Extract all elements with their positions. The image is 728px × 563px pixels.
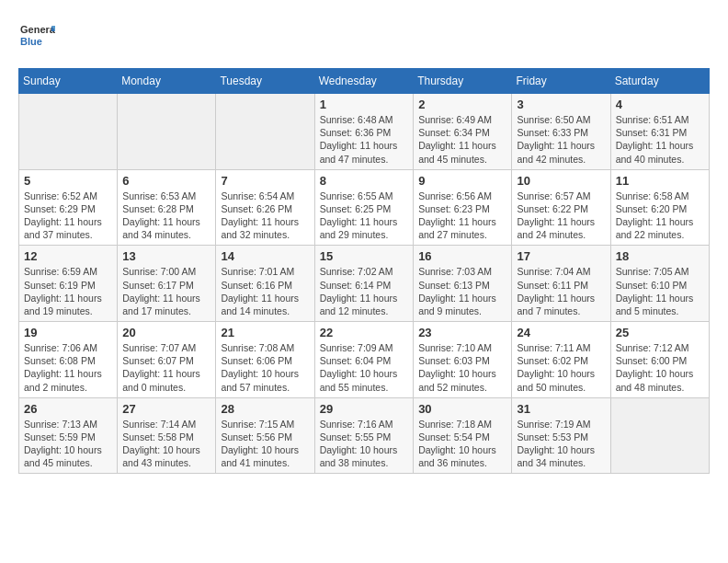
day-info: Sunrise: 6:55 AM Sunset: 6:25 PM Dayligh… [320,190,408,242]
day-number: 23 [418,326,506,339]
day-number: 20 [122,326,210,339]
day-info: Sunrise: 7:13 AM Sunset: 5:59 PM Dayligh… [24,418,112,470]
calendar-day-cell: 30Sunrise: 7:18 AM Sunset: 5:54 PM Dayli… [414,397,512,474]
day-info: Sunrise: 7:09 AM Sunset: 6:04 PM Dayligh… [320,341,408,394]
weekday-header: Saturday [610,69,709,94]
weekday-header: Tuesday [216,69,314,94]
day-number: 31 [517,402,605,416]
day-info: Sunrise: 7:15 AM Sunset: 5:56 PM Dayligh… [221,418,309,470]
calendar-day-cell: 9Sunrise: 6:56 AM Sunset: 6:23 PM Daylig… [414,169,512,246]
calendar-day-cell: 21Sunrise: 7:08 AM Sunset: 6:06 PM Dayli… [216,322,314,398]
calendar-day-cell: 8Sunrise: 6:55 AM Sunset: 6:25 PM Daylig… [314,169,413,246]
day-info: Sunrise: 7:14 AM Sunset: 5:58 PM Dayligh… [122,418,210,470]
calendar-day-cell: 11Sunrise: 6:58 AM Sunset: 6:20 PM Dayli… [610,169,709,246]
day-info: Sunrise: 7:10 AM Sunset: 6:03 PM Dayligh… [418,341,506,394]
weekday-header: Monday [118,69,216,94]
calendar-day-cell: 2Sunrise: 6:49 AM Sunset: 6:34 PM Daylig… [414,94,512,170]
calendar-day-cell: 15Sunrise: 7:02 AM Sunset: 6:14 PM Dayli… [314,246,413,322]
day-number: 4 [616,98,704,111]
day-info: Sunrise: 6:58 AM Sunset: 6:20 PM Dayligh… [616,190,704,242]
day-info: Sunrise: 7:18 AM Sunset: 5:54 PM Dayligh… [418,418,506,470]
calendar-day-cell: 14Sunrise: 7:01 AM Sunset: 6:16 PM Dayli… [216,246,314,322]
day-number: 16 [418,249,506,263]
calendar-day-cell: 10Sunrise: 6:57 AM Sunset: 6:22 PM Dayli… [512,169,610,246]
calendar-day-cell: 13Sunrise: 7:00 AM Sunset: 6:17 PM Dayli… [118,246,216,322]
day-info: Sunrise: 6:51 AM Sunset: 6:31 PM Dayligh… [616,113,704,166]
calendar-day-cell: 4Sunrise: 6:51 AM Sunset: 6:31 PM Daylig… [610,94,709,170]
day-info: Sunrise: 6:59 AM Sunset: 6:19 PM Dayligh… [24,265,112,317]
calendar-day-cell: 25Sunrise: 7:12 AM Sunset: 6:00 PM Dayli… [610,322,709,398]
day-number: 13 [122,249,210,263]
calendar-header: SundayMondayTuesdayWednesdayThursdayFrid… [19,69,710,94]
day-info: Sunrise: 6:57 AM Sunset: 6:22 PM Dayligh… [517,190,605,242]
calendar-day-cell: 23Sunrise: 7:10 AM Sunset: 6:03 PM Dayli… [414,322,512,398]
day-number: 15 [320,249,408,263]
day-info: Sunrise: 6:52 AM Sunset: 6:29 PM Dayligh… [24,190,112,242]
calendar-day-cell: 19Sunrise: 7:06 AM Sunset: 6:08 PM Dayli… [19,322,118,398]
day-info: Sunrise: 7:19 AM Sunset: 5:53 PM Dayligh… [517,418,605,470]
calendar-day-cell: 17Sunrise: 7:04 AM Sunset: 6:11 PM Dayli… [512,246,610,322]
calendar-day-cell: 6Sunrise: 6:53 AM Sunset: 6:28 PM Daylig… [118,169,216,246]
day-number: 1 [320,98,408,111]
day-number: 30 [418,402,506,416]
weekday-header: Thursday [414,69,512,94]
calendar-week-row: 5Sunrise: 6:52 AM Sunset: 6:29 PM Daylig… [19,169,710,246]
day-number: 26 [24,402,112,416]
day-number: 28 [221,402,309,416]
svg-text:General: General [20,24,55,35]
calendar-day-cell: 28Sunrise: 7:15 AM Sunset: 5:56 PM Dayli… [216,397,314,474]
calendar-day-cell: 7Sunrise: 6:54 AM Sunset: 6:26 PM Daylig… [216,169,314,246]
day-info: Sunrise: 7:11 AM Sunset: 6:02 PM Dayligh… [517,341,605,394]
calendar-week-row: 1Sunrise: 6:48 AM Sunset: 6:36 PM Daylig… [19,94,710,170]
calendar-day-cell: 24Sunrise: 7:11 AM Sunset: 6:02 PM Dayli… [512,322,610,398]
day-info: Sunrise: 7:06 AM Sunset: 6:08 PM Dayligh… [24,341,112,394]
day-number: 21 [221,326,309,339]
day-number: 17 [517,249,605,263]
calendar-day-cell: 3Sunrise: 6:50 AM Sunset: 6:33 PM Daylig… [512,94,610,170]
calendar-day-cell: 20Sunrise: 7:07 AM Sunset: 6:07 PM Dayli… [118,322,216,398]
calendar-day-cell: 5Sunrise: 6:52 AM Sunset: 6:29 PM Daylig… [19,169,118,246]
day-info: Sunrise: 7:16 AM Sunset: 5:55 PM Dayligh… [320,418,408,470]
day-number: 5 [24,174,112,188]
calendar-day-cell: 18Sunrise: 7:05 AM Sunset: 6:10 PM Dayli… [610,246,709,322]
day-number: 18 [616,249,704,263]
day-info: Sunrise: 6:48 AM Sunset: 6:36 PM Dayligh… [320,113,408,166]
day-info: Sunrise: 7:04 AM Sunset: 6:11 PM Dayligh… [517,265,605,317]
day-number: 11 [616,174,704,188]
calendar-body: 1Sunrise: 6:48 AM Sunset: 6:36 PM Daylig… [19,94,710,474]
calendar-day-cell: 16Sunrise: 7:03 AM Sunset: 6:13 PM Dayli… [414,246,512,322]
calendar-day-cell: 29Sunrise: 7:16 AM Sunset: 5:55 PM Dayli… [314,397,413,474]
day-number: 3 [517,98,605,111]
calendar-week-row: 12Sunrise: 6:59 AM Sunset: 6:19 PM Dayli… [19,246,710,322]
day-number: 8 [320,174,408,188]
day-info: Sunrise: 6:49 AM Sunset: 6:34 PM Dayligh… [418,113,506,166]
logo-icon: General Blue [18,18,55,55]
logo: General Blue [18,18,55,59]
day-info: Sunrise: 7:08 AM Sunset: 6:06 PM Dayligh… [221,341,309,394]
day-number: 9 [418,174,506,188]
weekday-header: Wednesday [314,69,413,94]
day-info: Sunrise: 6:54 AM Sunset: 6:26 PM Dayligh… [221,190,309,242]
day-info: Sunrise: 7:07 AM Sunset: 6:07 PM Dayligh… [122,341,210,394]
calendar-day-cell [610,397,709,474]
day-info: Sunrise: 7:05 AM Sunset: 6:10 PM Dayligh… [616,265,704,317]
day-number: 7 [221,174,309,188]
day-info: Sunrise: 7:00 AM Sunset: 6:17 PM Dayligh… [122,265,210,317]
weekday-header: Friday [512,69,610,94]
day-number: 25 [616,326,704,339]
calendar-day-cell: 12Sunrise: 6:59 AM Sunset: 6:19 PM Dayli… [19,246,118,322]
day-info: Sunrise: 7:01 AM Sunset: 6:16 PM Dayligh… [221,265,309,317]
calendar-day-cell [118,94,216,170]
calendar-day-cell [19,94,118,170]
calendar-day-cell [216,94,314,170]
calendar-week-row: 26Sunrise: 7:13 AM Sunset: 5:59 PM Dayli… [19,397,710,474]
calendar-day-cell: 1Sunrise: 6:48 AM Sunset: 6:36 PM Daylig… [314,94,413,170]
day-number: 14 [221,249,309,263]
day-number: 24 [517,326,605,339]
calendar-day-cell: 26Sunrise: 7:13 AM Sunset: 5:59 PM Dayli… [19,397,118,474]
calendar-day-cell: 27Sunrise: 7:14 AM Sunset: 5:58 PM Dayli… [118,397,216,474]
day-info: Sunrise: 6:56 AM Sunset: 6:23 PM Dayligh… [418,190,506,242]
day-number: 12 [24,249,112,263]
day-info: Sunrise: 6:53 AM Sunset: 6:28 PM Dayligh… [122,190,210,242]
day-number: 2 [418,98,506,111]
